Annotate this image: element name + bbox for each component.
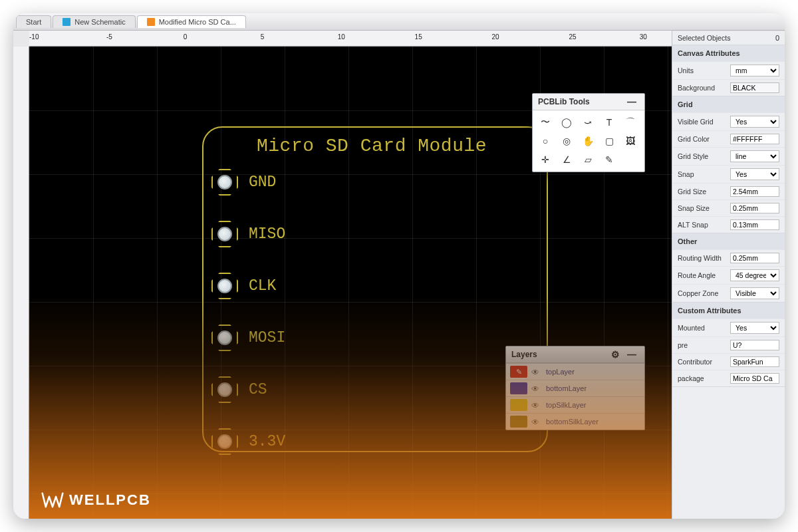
units-select[interactable]: mm — [730, 65, 779, 76]
pin-cs[interactable]: CS — [211, 376, 267, 403]
trace-icon[interactable]: 〜 — [537, 114, 554, 130]
workspace: -10 -5 0 5 10 15 20 25 30 Micro SD Card … — [13, 31, 672, 519]
grid-color-input[interactable] — [730, 134, 779, 144]
ruler-tick: 15 — [415, 33, 422, 41]
pin-gnd[interactable]: GND — [211, 169, 276, 196]
layer-name: topLayer — [546, 368, 575, 376]
layer-row[interactable]: 👁bottomLayer — [506, 380, 644, 396]
eye-icon[interactable]: 👁 — [531, 401, 542, 409]
snap-size-input[interactable] — [730, 203, 779, 213]
ruler-horizontal: -10 -5 0 5 10 15 20 25 30 — [29, 31, 672, 47]
tab-bar: Start New Schematic Modified Micro SD Ca… — [13, 13, 785, 31]
snap-select[interactable]: Yes — [730, 168, 779, 180]
copper-zone-label: Copper Zone — [678, 289, 718, 297]
cross-icon[interactable]: ✛ — [537, 152, 554, 168]
brand-watermark: WELLPCB — [41, 491, 151, 509]
brand-text: WELLPCB — [69, 491, 151, 509]
route-angle-label: Route Angle — [678, 271, 716, 279]
toolbox-panel[interactable]: PCBLib Tools — 〜 ◯ ⤻ T ⌒ ○ ◎ ✋ ▢ 🖼 — [532, 93, 645, 172]
text-icon[interactable]: T — [600, 114, 618, 130]
arc-icon[interactable]: ⤻ — [579, 114, 597, 130]
units-label: Units — [678, 66, 694, 74]
pin-miso[interactable]: MISO — [211, 221, 285, 247]
pin-clk[interactable]: CLK — [211, 273, 276, 299]
pin-label: CS — [249, 381, 267, 398]
minimize-icon[interactable]: — — [624, 349, 639, 360]
section-grid[interactable]: Grid — [672, 96, 785, 112]
pin-3v3[interactable]: 3.3V — [211, 428, 285, 455]
layer-color-swatch[interactable] — [510, 399, 527, 411]
ruler-tick: 30 — [640, 33, 647, 41]
background-value[interactable] — [730, 82, 779, 93]
pen-icon[interactable]: ✎ — [600, 152, 618, 168]
selected-objects-value: 0 — [775, 34, 779, 42]
layer-name: bottomLayer — [546, 384, 587, 392]
grid-style-label: Grid Style — [678, 152, 708, 160]
circle-o-icon[interactable]: ◯ — [558, 114, 575, 130]
section-canvas-attrs[interactable]: Canvas Attributes — [672, 45, 785, 61]
angle-icon[interactable]: ∠ — [558, 152, 575, 168]
layer-color-swatch[interactable] — [510, 416, 527, 428]
image-icon[interactable]: 🖼 — [622, 133, 639, 149]
eye-icon[interactable]: 👁 — [531, 368, 542, 376]
board-title: Micro SD Card Module — [257, 136, 487, 156]
alt-snap-label: ALT Snap — [678, 221, 708, 229]
pin-mosi[interactable]: MOSI — [211, 325, 285, 351]
layers-panel[interactable]: Layers ⚙ — 👁topLayer👁bottomLayer👁topSilk… — [505, 346, 645, 430]
section-other[interactable]: Other — [672, 233, 785, 249]
eye-icon[interactable]: 👁 — [531, 384, 542, 392]
pin-label: 3.3V — [249, 433, 285, 450]
visible-grid-select[interactable]: Yes — [730, 116, 779, 128]
contributor-label: Contributor — [678, 358, 712, 366]
mounted-select[interactable]: Yes — [730, 322, 779, 334]
pin-label: CLK — [249, 277, 276, 295]
mounted-label: Mounted — [678, 324, 705, 332]
alt-snap-input[interactable] — [730, 219, 779, 230]
ring-icon[interactable]: ◎ — [558, 133, 575, 149]
poly-icon[interactable]: ▱ — [579, 152, 597, 168]
copper-zone-select[interactable]: Visible — [730, 287, 779, 299]
routing-width-input[interactable] — [730, 253, 779, 263]
pin-label: MISO — [249, 225, 285, 243]
grid-color-label: Grid Color — [678, 135, 710, 143]
route-angle-select[interactable]: 45 degree — [730, 269, 779, 281]
layer-row[interactable]: 👁bottomSilkLayer — [506, 413, 644, 430]
layer-row[interactable]: 👁topSilkLayer — [506, 396, 644, 413]
ruler-tick: -5 — [106, 33, 112, 41]
tab-label: Start — [26, 18, 41, 26]
pin-label: MOSI — [249, 329, 285, 346]
layer-name: topSilkLayer — [546, 401, 587, 409]
canvas[interactable]: Micro SD Card Module GND MISO CLK MOSI C… — [29, 47, 672, 519]
brand-logo-icon — [41, 491, 64, 509]
pre-input[interactable] — [730, 340, 779, 350]
ellipse-icon[interactable]: ○ — [537, 133, 554, 149]
package-label: package — [678, 374, 704, 382]
section-custom[interactable]: Custom Attributes — [672, 303, 785, 319]
background-label: Background — [678, 84, 715, 92]
rect-cross-icon[interactable]: ▢ — [600, 133, 618, 149]
tab-start[interactable]: Start — [16, 15, 51, 28]
package-input[interactable] — [730, 373, 779, 384]
tab-new-schematic[interactable]: New Schematic — [53, 15, 135, 28]
tab-current[interactable]: Modified Micro SD Ca... — [137, 15, 246, 28]
tab-label: New Schematic — [74, 18, 125, 26]
layer-row[interactable]: 👁topLayer — [506, 363, 644, 380]
gear-icon[interactable]: ⚙ — [608, 349, 622, 360]
selected-objects-label: Selected Objects — [678, 34, 730, 42]
hand-icon[interactable]: ✋ — [579, 133, 597, 149]
grid-style-select[interactable]: line — [730, 150, 779, 162]
curve-icon[interactable]: ⌒ — [622, 114, 639, 130]
ruler-tick: 5 — [261, 33, 265, 41]
eye-icon[interactable]: 👁 — [531, 418, 542, 426]
grid-size-input[interactable] — [730, 186, 779, 197]
pre-label: pre — [678, 341, 688, 349]
layers-title: Layers — [511, 350, 537, 359]
board-outline[interactable]: Micro SD Card Module GND MISO CLK MOSI C… — [202, 126, 548, 452]
minimize-icon[interactable]: — — [624, 96, 639, 107]
layer-color-swatch[interactable] — [510, 366, 527, 378]
ruler-tick: 0 — [184, 33, 188, 41]
visible-grid-label: Visible Grid — [678, 118, 714, 126]
pin-label: GND — [249, 174, 276, 191]
contributor-input[interactable] — [730, 356, 779, 367]
layer-color-swatch[interactable] — [510, 382, 527, 394]
